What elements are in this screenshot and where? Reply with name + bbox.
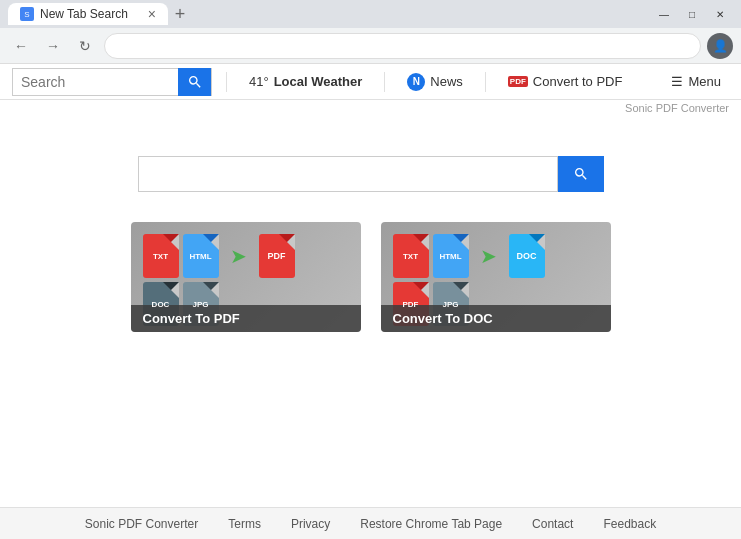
tab-title: New Tab Search	[40, 7, 142, 21]
toolbar-divider-2	[384, 72, 385, 92]
temperature-text: 41°	[249, 74, 269, 89]
reload-icon: ↻	[79, 38, 91, 54]
convert-to-doc-card[interactable]: TXT HTML ➤ DOC PDF JPG Convert To DOC	[381, 222, 611, 332]
window-controls: — □ ✕	[651, 5, 733, 23]
toolbar-search-input[interactable]	[13, 69, 178, 95]
center-search-button[interactable]	[558, 156, 604, 192]
main-content: TXT HTML ➤ PDF DOC JPG Convert To PDF	[0, 116, 741, 352]
toolbar-search-bar[interactable]	[12, 68, 212, 96]
forward-button[interactable]: →	[40, 33, 66, 59]
footer-link-terms[interactable]: Terms	[228, 517, 261, 531]
toolbar-search-button[interactable]	[178, 68, 211, 96]
title-bar: S New Tab Search × + — □ ✕	[0, 0, 741, 28]
toolbar-divider-1	[226, 72, 227, 92]
convert-pdf-label: Convert to PDF	[533, 74, 623, 89]
footer: Sonic PDF Converter Terms Privacy Restor…	[0, 507, 741, 539]
url-input[interactable]	[104, 33, 701, 59]
html-file-icon: HTML	[183, 234, 219, 278]
local-weather-label: Local Weather	[274, 74, 363, 89]
convert-arrow-icon: ➤	[223, 240, 255, 272]
txt-file-icon: TXT	[143, 234, 179, 278]
pdf-icon: PDF	[508, 76, 528, 87]
new-tab-button[interactable]: +	[168, 2, 192, 26]
card2-html-file-icon: HTML	[433, 234, 469, 278]
weather-toolbar-item[interactable]: 41° Local Weather	[241, 64, 370, 100]
card2-icons-top: TXT HTML ➤ DOC	[381, 222, 611, 278]
maximize-button[interactable]: □	[679, 5, 705, 23]
toolbar-divider-3	[485, 72, 486, 92]
reload-button[interactable]: ↻	[72, 33, 98, 59]
profile-icon: 👤	[713, 39, 728, 53]
footer-link-feedback[interactable]: Feedback	[603, 517, 656, 531]
browser-tab[interactable]: S New Tab Search ×	[8, 3, 168, 25]
convert-to-pdf-card[interactable]: TXT HTML ➤ PDF DOC JPG Convert To PDF	[131, 222, 361, 332]
tab-close-button[interactable]: ×	[148, 7, 156, 21]
close-window-button[interactable]: ✕	[707, 5, 733, 23]
card2-convert-arrow-icon: ➤	[473, 240, 505, 272]
profile-button[interactable]: 👤	[707, 33, 733, 59]
center-search-bar	[138, 156, 604, 192]
attribution-text: Sonic PDF Converter	[0, 100, 741, 116]
card-icons-top: TXT HTML ➤ PDF	[131, 222, 361, 278]
toolbar: 41° Local Weather N News PDF Convert to …	[0, 64, 741, 100]
news-toolbar-item[interactable]: N News	[399, 64, 471, 100]
footer-link-privacy[interactable]: Privacy	[291, 517, 330, 531]
back-button[interactable]: ←	[8, 33, 34, 59]
card-label-pdf: Convert To PDF	[131, 305, 361, 332]
menu-label: Menu	[688, 74, 721, 89]
news-label: News	[430, 74, 463, 89]
convert-to-pdf-toolbar-item[interactable]: PDF Convert to PDF	[500, 64, 631, 100]
footer-link-sonic[interactable]: Sonic PDF Converter	[85, 517, 198, 531]
tab-favicon: S	[20, 7, 34, 21]
footer-link-restore[interactable]: Restore Chrome Tab Page	[360, 517, 502, 531]
back-icon: ←	[14, 38, 28, 54]
card-label-doc: Convert To DOC	[381, 305, 611, 332]
minimize-button[interactable]: —	[651, 5, 677, 23]
search-icon	[187, 74, 203, 90]
card2-txt-file-icon: TXT	[393, 234, 429, 278]
pdf-output-icon: PDF	[259, 234, 295, 278]
converter-cards-row: TXT HTML ➤ PDF DOC JPG Convert To PDF	[131, 222, 611, 332]
doc-output-icon: DOC	[509, 234, 545, 278]
center-search-input[interactable]	[138, 156, 558, 192]
forward-icon: →	[46, 38, 60, 54]
news-icon: N	[407, 73, 425, 91]
menu-icon: ☰	[671, 74, 683, 89]
address-bar: ← → ↻ 👤	[0, 28, 741, 64]
footer-link-contact[interactable]: Contact	[532, 517, 573, 531]
center-search-icon	[573, 166, 589, 182]
menu-button[interactable]: ☰ Menu	[663, 74, 729, 89]
